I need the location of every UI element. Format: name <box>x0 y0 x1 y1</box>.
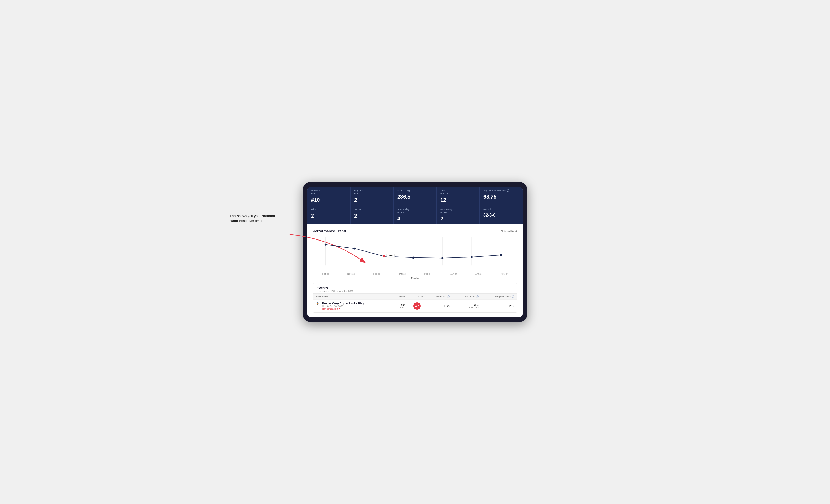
svg-point-15 <box>500 254 502 256</box>
td-position: 6th out of 7 <box>389 300 408 312</box>
td-weighted-points: 28.3 <box>481 300 517 312</box>
events-table: Event Name Position Score Event SG i Tot… <box>313 294 517 312</box>
stat-national-rank: NationalRank #10 <box>308 187 350 206</box>
x-label-mar24: MAR 24 <box>441 273 466 275</box>
stat-match-play-events: Match PlayEvents 2 <box>437 206 479 224</box>
event-icon: 🏌 <box>316 302 320 306</box>
td-total-points: 28.3 3 Rounds <box>452 300 482 312</box>
x-label-apr24: APR 24 <box>466 273 492 275</box>
perf-trend-header: Performance Trend National Rank <box>313 229 517 233</box>
x-axis-title: Months <box>313 277 517 279</box>
chart-svg: #10 <box>313 237 517 271</box>
svg-text:#10: #10 <box>389 255 392 257</box>
stat-stroke-play-events: Stroke PlayEvents 4 <box>393 206 437 224</box>
td-event-name: 🏌 Buster Cozy Cup – Stroke Play Oct 9 - … <box>313 300 389 312</box>
stat-record: Record 32-8-0 <box>480 206 522 224</box>
info-icon-tp: i <box>476 295 479 298</box>
outer-wrapper: This shows you your National Rank trend … <box>277 182 553 322</box>
th-total-points: Total Points i <box>452 294 482 300</box>
x-label-jan24: JAN 24 <box>389 273 415 275</box>
stat-avg-weighted-points: Avg. Weighted Points i 68.75 <box>480 187 522 206</box>
stat-scoring-avg: Scoring Avg. 286.5 <box>393 187 437 206</box>
stat-regional-rank: RegionalRank 2 <box>351 187 393 206</box>
perf-trend-title: Performance Trend <box>313 229 346 233</box>
svg-point-11 <box>383 255 385 258</box>
event-date: Oct 9 - Oct 10, 2023 <box>322 305 364 308</box>
table-row: 🏌 Buster Cozy Cup – Stroke Play Oct 9 - … <box>313 300 517 312</box>
events-updated: Last updated: 24th November 2023 <box>317 290 513 293</box>
stats-row-1: NationalRank #10 RegionalRank 2 Scoring … <box>308 187 522 206</box>
annotation-bold: National Rank <box>230 214 275 223</box>
svg-point-9 <box>325 244 327 246</box>
position-sub: out of 7 <box>392 306 406 309</box>
x-axis-labels: OCT 23 NOV 23 DEC 23 JAN 24 FEB 24 MAR 2… <box>313 272 517 276</box>
main-content: Performance Trend National Rank <box>308 224 522 317</box>
national-rank-label: National Rank <box>501 230 517 233</box>
stat-wins: Wins 2 <box>308 206 350 224</box>
events-section: Events Last updated: 24th November 2023 … <box>313 283 517 312</box>
events-header: Events Last updated: 24th November 2023 <box>313 283 517 294</box>
x-label-oct23: OCT 23 <box>313 273 338 275</box>
event-name-text: Buster Cozy Cup – Stroke Play <box>322 302 364 305</box>
th-position: Position <box>389 294 408 300</box>
x-label-feb24: FEB 24 <box>415 273 441 275</box>
svg-point-12 <box>412 257 414 259</box>
td-event-sg: 0.45 <box>426 300 452 312</box>
svg-point-14 <box>471 256 473 258</box>
svg-point-13 <box>441 257 443 259</box>
th-weighted-points: Weighted Points i <box>481 294 517 300</box>
info-icon-wp: i <box>512 295 514 298</box>
x-label-may24: MAY 24 <box>492 273 517 275</box>
table-header-row: Event Name Position Score Event SG i Tot… <box>313 294 517 300</box>
score-badge: -22 <box>413 302 421 310</box>
tablet-screen: NationalRank #10 RegionalRank 2 Scoring … <box>308 187 522 317</box>
svg-point-10 <box>354 247 356 250</box>
annotation-text: This shows you your National Rank trend … <box>230 214 275 223</box>
info-icon-sg: i <box>447 295 450 298</box>
stats-row-2: Wins 2 Top 3s 2 Stroke PlayEvents 4 Matc… <box>308 206 522 224</box>
total-points-sub: 3 Rounds <box>455 306 479 309</box>
total-points-value: 28.3 <box>455 303 479 306</box>
td-score: -22 <box>408 300 426 312</box>
stat-top3s: Top 3s 2 <box>351 206 393 224</box>
tablet-device: NationalRank #10 RegionalRank 2 Scoring … <box>303 182 527 322</box>
event-rank-impact: Rank Impact: 3 ▼ <box>322 308 364 310</box>
x-label-nov23: NOV 23 <box>338 273 364 275</box>
events-title: Events <box>317 286 513 290</box>
chart-container: #10 <box>313 237 517 271</box>
info-icon: i <box>507 190 509 192</box>
annotation: This shows you your National Rank trend … <box>230 213 282 224</box>
th-event-sg: Event SG i <box>426 294 452 300</box>
x-label-dec23: DEC 23 <box>364 273 389 275</box>
th-event-name: Event Name <box>313 294 389 300</box>
stat-total-rounds: TotalRounds 12 <box>437 187 479 206</box>
th-score: Score <box>408 294 426 300</box>
position-value: 6th <box>392 303 406 306</box>
